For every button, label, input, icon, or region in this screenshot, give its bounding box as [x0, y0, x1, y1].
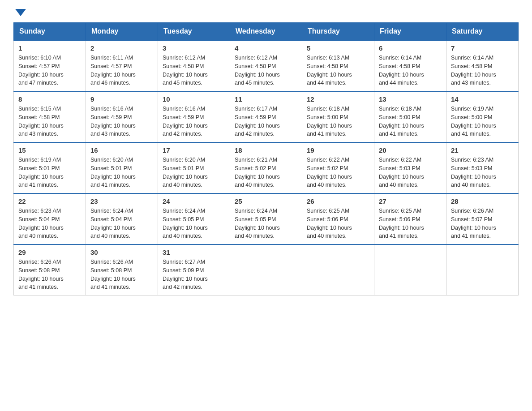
day-info: Sunrise: 6:20 AM Sunset: 5:01 PM Dayligh…	[90, 156, 153, 189]
calendar-day-cell: 22 Sunrise: 6:23 AM Sunset: 5:04 PM Dayl…	[14, 193, 86, 244]
page-header	[13, 9, 519, 13]
calendar-day-cell: 4 Sunrise: 6:12 AM Sunset: 4:58 PM Dayli…	[230, 40, 302, 91]
day-info: Sunrise: 6:15 AM Sunset: 4:58 PM Dayligh…	[18, 105, 81, 138]
day-info: Sunrise: 6:16 AM Sunset: 4:59 PM Dayligh…	[163, 105, 225, 138]
day-info: Sunrise: 6:26 AM Sunset: 5:08 PM Dayligh…	[90, 258, 153, 291]
day-number: 23	[90, 197, 153, 205]
day-info: Sunrise: 6:24 AM Sunset: 5:05 PM Dayligh…	[235, 207, 297, 240]
day-info: Sunrise: 6:12 AM Sunset: 4:58 PM Dayligh…	[235, 54, 297, 87]
day-number: 1	[18, 44, 81, 52]
calendar-day-cell: 19 Sunrise: 6:22 AM Sunset: 5:02 PM Dayl…	[302, 142, 374, 193]
day-info: Sunrise: 6:24 AM Sunset: 5:04 PM Dayligh…	[90, 207, 153, 240]
calendar-week-row: 29 Sunrise: 6:26 AM Sunset: 5:08 PM Dayl…	[14, 244, 519, 295]
day-info: Sunrise: 6:19 AM Sunset: 5:01 PM Dayligh…	[18, 156, 81, 189]
calendar-day-cell: 9 Sunrise: 6:16 AM Sunset: 4:59 PM Dayli…	[86, 91, 158, 142]
day-number: 2	[90, 44, 153, 52]
calendar-day-cell: 17 Sunrise: 6:20 AM Sunset: 5:01 PM Dayl…	[158, 142, 230, 193]
day-number: 27	[379, 197, 442, 205]
day-number: 31	[163, 248, 225, 256]
header-row: SundayMondayTuesdayWednesdayThursdayFrid…	[14, 23, 519, 41]
day-number: 4	[235, 44, 297, 52]
day-number: 15	[18, 146, 81, 154]
day-number: 6	[379, 44, 442, 52]
day-number: 19	[307, 146, 369, 154]
day-number: 8	[18, 95, 81, 103]
day-of-week-header: Monday	[86, 23, 158, 41]
day-number: 22	[18, 197, 81, 205]
day-info: Sunrise: 6:11 AM Sunset: 4:57 PM Dayligh…	[90, 54, 153, 87]
day-number: 29	[18, 248, 81, 256]
day-info: Sunrise: 6:21 AM Sunset: 5:02 PM Dayligh…	[235, 156, 297, 189]
day-number: 9	[90, 95, 153, 103]
day-number: 14	[451, 95, 514, 103]
day-info: Sunrise: 6:27 AM Sunset: 5:09 PM Dayligh…	[163, 258, 225, 291]
calendar-day-cell: 11 Sunrise: 6:17 AM Sunset: 4:59 PM Dayl…	[230, 91, 302, 142]
calendar-body: 1 Sunrise: 6:10 AM Sunset: 4:57 PM Dayli…	[14, 40, 519, 295]
day-info: Sunrise: 6:12 AM Sunset: 4:58 PM Dayligh…	[163, 54, 225, 87]
day-of-week-header: Sunday	[14, 23, 86, 41]
calendar-day-cell: 21 Sunrise: 6:23 AM Sunset: 5:03 PM Dayl…	[446, 142, 519, 193]
calendar-day-cell: 26 Sunrise: 6:25 AM Sunset: 5:06 PM Dayl…	[302, 193, 374, 244]
day-info: Sunrise: 6:24 AM Sunset: 5:05 PM Dayligh…	[163, 207, 225, 240]
calendar-week-row: 1 Sunrise: 6:10 AM Sunset: 4:57 PM Dayli…	[14, 40, 519, 91]
calendar-day-cell	[230, 244, 302, 295]
day-info: Sunrise: 6:26 AM Sunset: 5:08 PM Dayligh…	[18, 258, 81, 291]
day-number: 3	[163, 44, 225, 52]
calendar-day-cell: 12 Sunrise: 6:18 AM Sunset: 5:00 PM Dayl…	[302, 91, 374, 142]
day-info: Sunrise: 6:14 AM Sunset: 4:58 PM Dayligh…	[451, 54, 514, 87]
day-info: Sunrise: 6:18 AM Sunset: 5:00 PM Dayligh…	[379, 105, 442, 138]
day-number: 10	[163, 95, 225, 103]
day-info: Sunrise: 6:23 AM Sunset: 5:03 PM Dayligh…	[451, 156, 514, 189]
day-info: Sunrise: 6:25 AM Sunset: 5:06 PM Dayligh…	[379, 207, 442, 240]
calendar-table: SundayMondayTuesdayWednesdayThursdayFrid…	[13, 22, 519, 295]
day-info: Sunrise: 6:17 AM Sunset: 4:59 PM Dayligh…	[235, 105, 297, 138]
day-of-week-header: Saturday	[446, 23, 519, 41]
calendar-day-cell: 24 Sunrise: 6:24 AM Sunset: 5:05 PM Dayl…	[158, 193, 230, 244]
logo	[13, 9, 26, 13]
day-number: 25	[235, 197, 297, 205]
calendar-day-cell: 5 Sunrise: 6:13 AM Sunset: 4:58 PM Dayli…	[302, 40, 374, 91]
calendar-day-cell: 28 Sunrise: 6:26 AM Sunset: 5:07 PM Dayl…	[446, 193, 519, 244]
day-number: 26	[307, 197, 369, 205]
calendar-day-cell: 8 Sunrise: 6:15 AM Sunset: 4:58 PM Dayli…	[14, 91, 86, 142]
day-number: 5	[307, 44, 369, 52]
calendar-day-cell: 30 Sunrise: 6:26 AM Sunset: 5:08 PM Dayl…	[86, 244, 158, 295]
day-info: Sunrise: 6:25 AM Sunset: 5:06 PM Dayligh…	[307, 207, 369, 240]
calendar-day-cell: 29 Sunrise: 6:26 AM Sunset: 5:08 PM Dayl…	[14, 244, 86, 295]
day-number: 16	[90, 146, 153, 154]
calendar-day-cell: 27 Sunrise: 6:25 AM Sunset: 5:06 PM Dayl…	[374, 193, 446, 244]
calendar-day-cell: 18 Sunrise: 6:21 AM Sunset: 5:02 PM Dayl…	[230, 142, 302, 193]
calendar-day-cell: 16 Sunrise: 6:20 AM Sunset: 5:01 PM Dayl…	[86, 142, 158, 193]
day-number: 17	[163, 146, 225, 154]
day-of-week-header: Friday	[374, 23, 446, 41]
calendar-day-cell: 31 Sunrise: 6:27 AM Sunset: 5:09 PM Dayl…	[158, 244, 230, 295]
day-of-week-header: Wednesday	[230, 23, 302, 41]
calendar-day-cell: 1 Sunrise: 6:10 AM Sunset: 4:57 PM Dayli…	[14, 40, 86, 91]
day-number: 7	[451, 44, 514, 52]
day-number: 20	[379, 146, 442, 154]
calendar-week-row: 22 Sunrise: 6:23 AM Sunset: 5:04 PM Dayl…	[14, 193, 519, 244]
day-info: Sunrise: 6:26 AM Sunset: 5:07 PM Dayligh…	[451, 207, 514, 240]
day-info: Sunrise: 6:16 AM Sunset: 4:59 PM Dayligh…	[90, 105, 153, 138]
calendar-week-row: 15 Sunrise: 6:19 AM Sunset: 5:01 PM Dayl…	[14, 142, 519, 193]
day-number: 12	[307, 95, 369, 103]
calendar-day-cell: 6 Sunrise: 6:14 AM Sunset: 4:58 PM Dayli…	[374, 40, 446, 91]
day-info: Sunrise: 6:18 AM Sunset: 5:00 PM Dayligh…	[307, 105, 369, 138]
day-number: 24	[163, 197, 225, 205]
day-info: Sunrise: 6:19 AM Sunset: 5:00 PM Dayligh…	[451, 105, 514, 138]
calendar-day-cell: 2 Sunrise: 6:11 AM Sunset: 4:57 PM Dayli…	[86, 40, 158, 91]
logo-triangle-icon	[15, 9, 26, 16]
day-info: Sunrise: 6:22 AM Sunset: 5:02 PM Dayligh…	[307, 156, 369, 189]
calendar-day-cell	[374, 244, 446, 295]
day-info: Sunrise: 6:14 AM Sunset: 4:58 PM Dayligh…	[379, 54, 442, 87]
day-number: 28	[451, 197, 514, 205]
day-info: Sunrise: 6:23 AM Sunset: 5:04 PM Dayligh…	[18, 207, 81, 240]
calendar-day-cell	[302, 244, 374, 295]
day-info: Sunrise: 6:10 AM Sunset: 4:57 PM Dayligh…	[18, 54, 81, 87]
calendar-day-cell: 10 Sunrise: 6:16 AM Sunset: 4:59 PM Dayl…	[158, 91, 230, 142]
calendar-day-cell: 7 Sunrise: 6:14 AM Sunset: 4:58 PM Dayli…	[446, 40, 519, 91]
day-number: 11	[235, 95, 297, 103]
day-number: 30	[90, 248, 153, 256]
day-of-week-header: Tuesday	[158, 23, 230, 41]
day-of-week-header: Thursday	[302, 23, 374, 41]
